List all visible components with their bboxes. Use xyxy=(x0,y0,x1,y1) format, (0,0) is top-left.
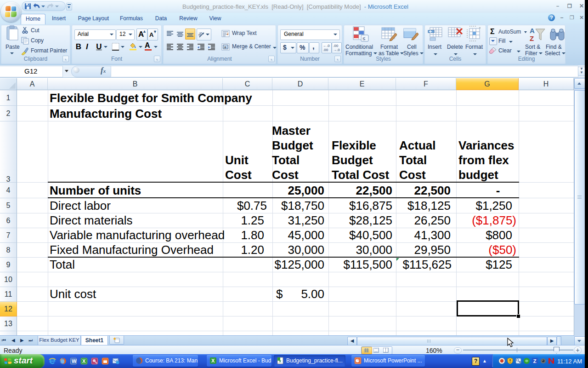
svg-text:Z: Z xyxy=(530,34,534,42)
svg-text:X: X xyxy=(279,359,282,363)
svg-text:X: X xyxy=(211,358,215,363)
svg-text:a: a xyxy=(224,45,226,49)
svg-text:≤: ≤ xyxy=(362,35,365,41)
svg-text:W: W xyxy=(72,358,77,364)
svg-text:Z: Z xyxy=(533,358,537,364)
svg-text:X: X xyxy=(82,358,86,364)
svg-text:A: A xyxy=(530,27,535,34)
svg-text:ab: ab xyxy=(198,31,204,37)
